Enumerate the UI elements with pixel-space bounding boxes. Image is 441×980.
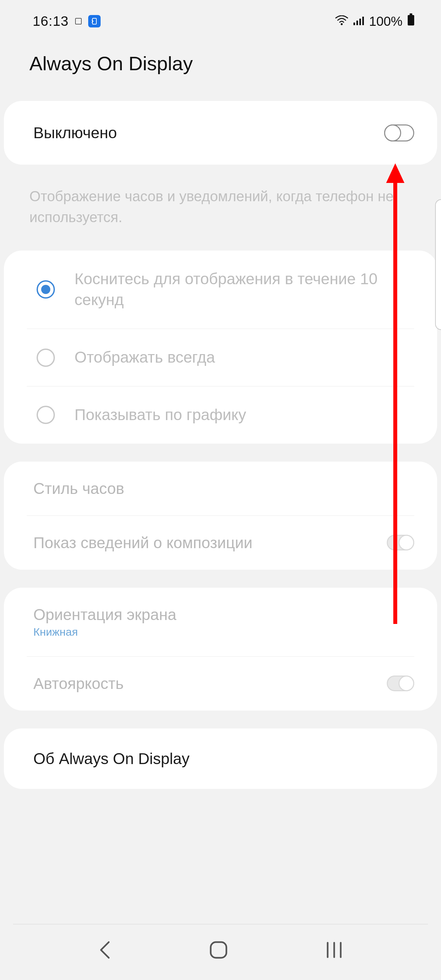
section-description: Отображение часов и уведомлений, когда т…	[0, 183, 441, 251]
nav-recents-button[interactable]	[325, 941, 344, 960]
status-time: 16:13	[33, 13, 68, 29]
svg-rect-10	[211, 942, 226, 958]
status-bar: 16:13 100%	[0, 0, 441, 36]
orientation-value: Книжная	[33, 625, 414, 638]
clock-style-row[interactable]: Стиль часов	[4, 461, 437, 515]
svg-rect-2	[353, 22, 355, 25]
music-info-row[interactable]: Показ сведений о композиции	[27, 515, 414, 570]
svg-rect-5	[362, 17, 364, 25]
svg-rect-6	[408, 15, 414, 25]
scroll-handle[interactable]	[435, 199, 441, 330]
master-toggle-card: Выключено	[4, 101, 437, 165]
navigation-bar	[0, 931, 441, 980]
battery-icon	[407, 13, 415, 29]
svg-rect-7	[410, 13, 412, 15]
display-mode-card: Коснитесь для отображения в течение 10 с…	[4, 251, 437, 444]
status-app-icon	[88, 15, 100, 27]
master-toggle-switch[interactable]	[384, 124, 414, 142]
about-row[interactable]: Об Always On Display	[4, 729, 437, 789]
signal-icon	[353, 13, 365, 29]
orientation-row[interactable]: Ориентация экрана Книжная	[4, 588, 437, 656]
auto-brightness-row[interactable]: Автояркость	[27, 656, 414, 711]
svg-rect-3	[357, 21, 358, 25]
display-mode-option-2[interactable]: Показывать по графику	[27, 386, 414, 444]
nav-home-button[interactable]	[209, 940, 228, 961]
master-toggle-row[interactable]: Выключено	[4, 101, 437, 165]
display-mode-label: Коснитесь для отображения в течение 10 с…	[75, 269, 414, 311]
page-title: Always On Display	[0, 36, 441, 101]
radio-icon	[37, 280, 55, 299]
master-toggle-label: Выключено	[33, 124, 384, 142]
svg-point-1	[341, 23, 343, 25]
orientation-label: Ориентация экрана	[33, 606, 414, 624]
nav-back-button[interactable]	[97, 940, 113, 962]
clock-style-label: Стиль часов	[33, 480, 414, 498]
radio-icon	[37, 348, 55, 367]
about-card: Об Always On Display	[4, 729, 437, 789]
svg-marker-9	[386, 163, 404, 183]
music-info-label: Показ сведений о композиции	[33, 534, 387, 552]
display-mode-label: Показывать по графику	[75, 404, 246, 426]
radio-icon	[37, 406, 55, 424]
battery-text: 100%	[369, 14, 403, 29]
clock-style-card: Стиль часов Показ сведений о композиции	[4, 461, 437, 570]
display-mode-option-0[interactable]: Коснитесь для отображения в течение 10 с…	[4, 251, 437, 329]
auto-brightness-toggle[interactable]	[387, 676, 414, 691]
wifi-icon	[335, 13, 348, 29]
display-mode-label: Отображать всегда	[75, 347, 215, 368]
divider	[13, 924, 428, 924]
svg-rect-4	[359, 19, 361, 25]
about-label: Об Always On Display	[33, 750, 414, 768]
display-mode-option-1[interactable]: Отображать всегда	[27, 329, 414, 386]
status-mini-icon	[75, 18, 82, 24]
music-info-toggle[interactable]	[387, 535, 414, 550]
auto-brightness-label: Автояркость	[33, 675, 387, 692]
orientation-card: Ориентация экрана Книжная Автояркость	[4, 588, 437, 711]
